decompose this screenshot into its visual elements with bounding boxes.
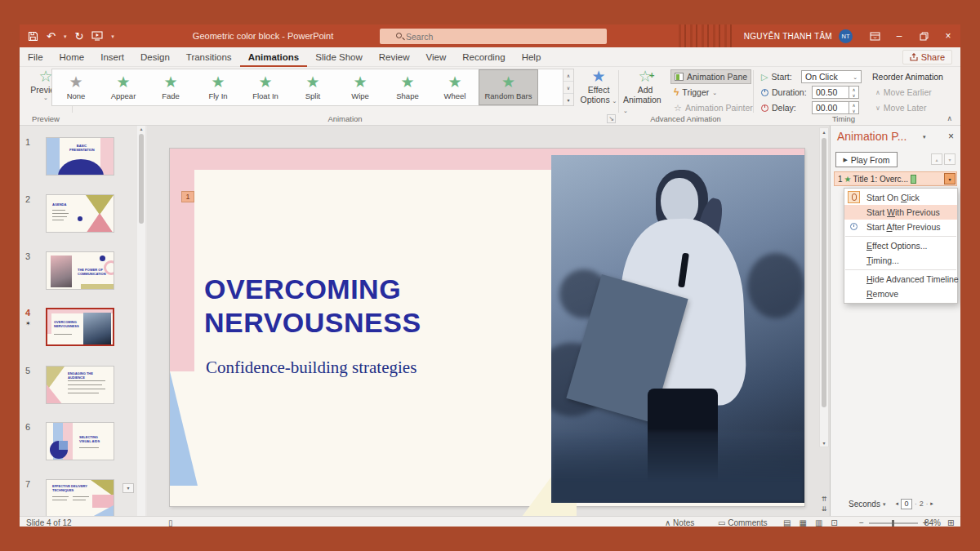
scrollbar-thumb[interactable] <box>822 138 826 407</box>
share-button[interactable]: Share <box>902 50 952 64</box>
menu-item-effect-options[interactable]: Effect Options... <box>844 238 957 253</box>
zoom-level[interactable]: 84% <box>924 518 941 527</box>
scroll-up-icon[interactable]: ▴ <box>820 129 828 135</box>
animation-random-bars[interactable]: ★Random Bars <box>479 69 538 105</box>
tab-file[interactable]: File <box>20 47 51 67</box>
slide-sorter-view-icon[interactable]: ▦ <box>799 518 806 527</box>
next-slide-button[interactable]: ⇊ <box>822 505 827 513</box>
menu-item-timing[interactable]: Timing... <box>844 253 957 268</box>
animation-none[interactable]: ★None <box>52 69 100 105</box>
delay-spinner[interactable]: ∧∨ <box>849 101 859 114</box>
slide-thumbnail-3[interactable]: THE POWER OF COMMUNICATION <box>46 251 114 290</box>
editor-scrollbar[interactable]: ▴ ▾ <box>819 127 829 447</box>
effect-options-button[interactable]: ★ Effect Options ⌄ <box>579 69 618 104</box>
display-settings-icon[interactable]: ▯ <box>168 518 173 527</box>
menu-item-hide-advanced-timeline[interactable]: Hide Advanced Timeline <box>844 272 957 287</box>
tab-transitions[interactable]: Transitions <box>178 47 240 67</box>
previous-slide-button[interactable]: ⇈ <box>822 495 827 503</box>
tab-insert[interactable]: Insert <box>92 47 132 67</box>
slide-canvas[interactable]: 1 OVERCOMING NERVOUSNESS Confidence-buil… <box>170 149 804 506</box>
move-later-button[interactable]: ∨Move Later <box>872 100 929 115</box>
animation-number-badge[interactable]: 1 <box>181 191 194 202</box>
gallery-scroll-down-icon[interactable]: ∨ <box>564 82 573 94</box>
undo-dropdown-icon[interactable]: ▾ <box>64 33 67 39</box>
minimize-button[interactable]: – <box>887 24 911 47</box>
tab-slide-show[interactable]: Slide Show <box>307 47 371 67</box>
duration-input[interactable]: 00.50 <box>812 86 849 99</box>
ribbon-display-options-icon[interactable] <box>862 24 887 47</box>
thumbnail-scrollbar[interactable]: ▴ <box>137 126 145 516</box>
collapse-thumbnails-icon[interactable]: ▾ <box>122 483 134 493</box>
tab-review[interactable]: Review <box>371 47 418 67</box>
slide-thumbnail-7[interactable]: EFFECTIVE DELIVERY TECHNIQUES <box>46 479 114 516</box>
tab-view[interactable]: View <box>418 47 455 67</box>
animation-item-dropdown[interactable]: ▾ <box>944 173 956 184</box>
normal-view-icon[interactable]: ▤ <box>783 518 791 527</box>
redo-icon[interactable]: ↻ <box>74 31 83 42</box>
tab-animations[interactable]: Animations <box>240 47 308 67</box>
zoom-slider[interactable] <box>869 522 918 524</box>
menu-item-start-after-previous[interactable]: Start After Previous <box>844 220 957 234</box>
seconds-dropdown[interactable]: Seconds ▾ <box>849 500 885 509</box>
reading-view-icon[interactable]: ▥ <box>815 518 822 527</box>
notes-button[interactable]: ∧ Notes <box>665 518 694 527</box>
pane-dropdown-icon[interactable]: ▾ <box>923 134 926 140</box>
animation-painter-button[interactable]: ☆ Animation Painter <box>670 100 756 115</box>
collapse-ribbon-icon[interactable]: ∧ <box>947 114 952 122</box>
move-down-icon[interactable]: ▾ <box>944 153 956 165</box>
timeline-scale[interactable]: ◂ 0 · 2 · ▸ <box>895 499 933 509</box>
scrollbar-thumb[interactable] <box>139 134 144 224</box>
customize-qat-icon[interactable]: ▾ <box>111 33 114 39</box>
delay-input[interactable]: 00.00 <box>812 101 849 114</box>
zoom-out-icon[interactable]: − <box>859 518 864 527</box>
slide-photo[interactable] <box>551 155 804 503</box>
scroll-up-icon[interactable]: ▴ <box>137 126 145 131</box>
slide-subtitle[interactable]: Confidence-building strategies <box>206 358 416 378</box>
animation-wheel[interactable]: ★Wheel <box>431 69 479 105</box>
animation-wipe[interactable]: ★Wipe <box>336 69 384 105</box>
animation-fade[interactable]: ★Fade <box>147 69 194 105</box>
pane-close-icon[interactable]: × <box>948 131 954 142</box>
save-icon[interactable] <box>28 31 38 42</box>
animation-appear[interactable]: ★Appear <box>100 69 147 105</box>
trigger-button[interactable]: ϟ Trigger ⌄ <box>670 85 720 100</box>
slide-thumbnail-6[interactable]: SELECTING VISUAL AIDS <box>46 422 114 460</box>
scroll-down-icon[interactable]: ▾ <box>820 440 828 446</box>
add-animation-button[interactable]: ☆+ Add Animation ⌄ <box>623 69 667 114</box>
menu-item-start-with-previous[interactable]: Start With Previous <box>844 205 957 220</box>
tab-help[interactable]: Help <box>514 47 550 67</box>
timeline-left-icon[interactable]: ◂ <box>895 500 898 507</box>
animation-shape[interactable]: ★Shape <box>384 69 431 105</box>
slide-thumbnail-1[interactable]: BASIC PRESENTATION <box>46 137 114 176</box>
tab-home[interactable]: Home <box>51 47 93 67</box>
start-dropdown[interactable]: On Click ⌄ <box>801 70 862 83</box>
gallery-more-icon[interactable]: ▾ <box>564 94 573 105</box>
search-input[interactable] <box>406 32 569 42</box>
undo-icon[interactable]: ↶ <box>47 31 56 42</box>
play-from-button[interactable]: ▶ Play From <box>835 152 898 167</box>
start-slideshow-icon[interactable] <box>91 31 103 41</box>
animation-dialog-launcher-icon[interactable]: ↘ <box>607 114 616 123</box>
tab-design[interactable]: Design <box>132 47 178 67</box>
animation-fly-in[interactable]: ★Fly In <box>194 69 242 105</box>
slide-title[interactable]: OVERCOMING NERVOUSNESS <box>204 273 421 340</box>
tab-recording[interactable]: Recording <box>454 47 513 67</box>
animation-split[interactable]: ★Split <box>289 69 336 105</box>
duration-spinner[interactable]: ∧∨ <box>849 86 859 99</box>
menu-item-remove[interactable]: Remove <box>844 287 957 301</box>
move-up-icon[interactable]: ▴ <box>931 153 942 165</box>
comments-button[interactable]: ▭ Comments <box>718 518 768 527</box>
gallery-scroll-up-icon[interactable]: ∧ <box>564 69 573 82</box>
user-name[interactable]: NGUYỄN THANH TÂM <box>744 32 832 41</box>
search-box[interactable] <box>380 29 607 44</box>
timeline-right-icon[interactable]: ▸ <box>930 500 933 507</box>
close-button[interactable]: × <box>936 24 960 47</box>
animation-item-title-1[interactable]: 1 ★ Title 1: Overc... ▾ <box>834 171 957 186</box>
slide-thumbnail-2[interactable]: AGENDA <box>46 194 114 233</box>
animation-pane-button[interactable]: Animation Pane <box>670 69 751 84</box>
restore-button[interactable] <box>911 24 936 47</box>
slideshow-view-icon[interactable]: ⊡ <box>831 518 837 527</box>
move-earlier-button[interactable]: ∧Move Earlier <box>872 85 935 100</box>
menu-item-start-on-click[interactable]: Start On Click <box>844 190 957 205</box>
slide-thumbnail-5[interactable]: ENGAGING THE AUDIENCE <box>46 366 114 404</box>
